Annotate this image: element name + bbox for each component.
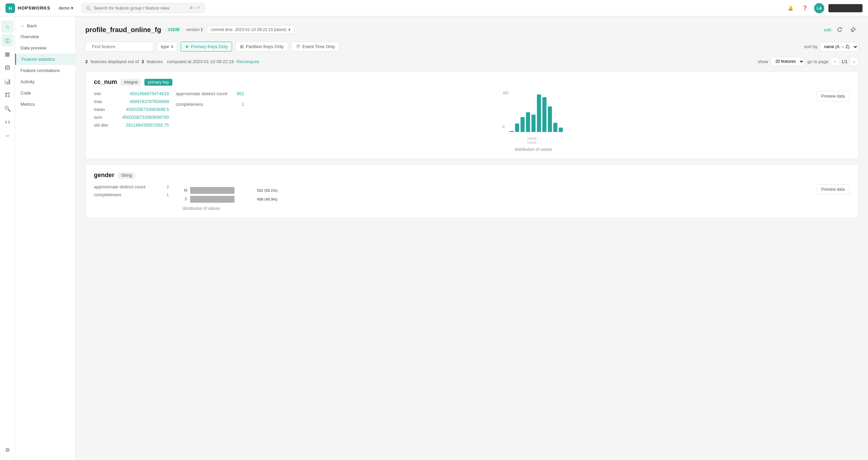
page-indicator: 1/1	[841, 59, 848, 64]
feature-body-gender: approximate distinct count 2 completenes…	[94, 184, 850, 211]
chart-meta-value: value: -	[527, 136, 540, 140]
svg-line-3	[89, 9, 91, 10]
feature-card-gender: gender String approximate distinct count…	[85, 164, 858, 218]
gender-bar-m-wrap: 501 (50.1%)	[190, 187, 279, 194]
partition-icon: ⊞	[240, 44, 244, 49]
svg-line-11	[851, 31, 852, 32]
refresh-icon[interactable]	[835, 25, 845, 35]
stats-bar: 2 features displayed out of 2 features c…	[85, 57, 858, 66]
stat-row-approx-distinct: approximate distinct count 952	[176, 91, 244, 96]
type-select[interactable]: type ⇅	[157, 42, 177, 52]
sort-select[interactable]: name (A → Z)	[820, 42, 858, 52]
back-arrow-icon: ←	[20, 23, 25, 28]
svg-rect-21	[548, 106, 552, 132]
notifications-icon[interactable]: 🔔	[785, 3, 796, 13]
svg-rect-15	[515, 124, 519, 132]
partition-keys-filter[interactable]: ⊞ Partition Keys Only	[236, 42, 288, 52]
feature-card-cc-num: cc_num Integral primary key min 40014689…	[85, 71, 858, 159]
nav-item-metrics[interactable]: Metrics	[15, 99, 75, 110]
event-time-filter[interactable]: ⏱ Event Time Only	[291, 42, 339, 52]
stat-row-approx-distinct-gender: approximate distinct count 2	[94, 184, 169, 189]
feature-chart-cc-num: 263 0	[258, 91, 809, 152]
feature-group-id: #1038	[165, 27, 182, 33]
nav-item-feature-statistics[interactable]: Feature statistics	[15, 54, 75, 65]
recompute-button[interactable]: Recompute	[237, 59, 259, 64]
sidebar-icon-code[interactable]	[1, 116, 14, 128]
svg-rect-16	[521, 117, 525, 132]
topnav-right: 🔔 ❓ LA	[785, 3, 863, 13]
chart-title-cc-num: distribution of values	[515, 147, 552, 152]
sidebar-icon-overview[interactable]: ◫	[1, 34, 14, 46]
sidebar-icon-search[interactable]: 🔍	[1, 102, 14, 115]
type-badge-cc-num: Integral	[120, 79, 141, 86]
filter-bar: type ⇅ ★ Primary Keys Only ⊞ Partition K…	[85, 42, 858, 52]
find-feature-search[interactable]	[85, 42, 154, 52]
sidebar-icon-metrics[interactable]: ↔	[1, 130, 14, 142]
sidebar-icon-correlations[interactable]	[1, 89, 14, 101]
user-name	[828, 4, 863, 12]
svg-rect-20	[542, 97, 546, 132]
sidebar-icon-home[interactable]: ⌂	[1, 20, 14, 33]
svg-point-6	[8, 93, 10, 94]
stat-row-sum: sum 4500338733083698700	[94, 115, 169, 120]
nav-item-code[interactable]: Code	[15, 87, 75, 99]
next-page-button[interactable]: ›	[850, 57, 858, 66]
pagination: go to page ‹ 1/1 ›	[807, 57, 858, 66]
svg-rect-19	[537, 95, 541, 132]
global-search[interactable]: ⌘ + P	[82, 3, 204, 13]
nav-item-data-preview[interactable]: Data preview	[15, 42, 75, 54]
svg-point-4	[5, 66, 10, 67]
global-search-input[interactable]	[94, 5, 187, 11]
commit-info[interactable]: commit time 2023-01-10 09:22:19 (latest)…	[207, 26, 294, 34]
stat-row-completeness: completeness 1	[176, 102, 244, 107]
nav-item-overview[interactable]: Overview	[15, 31, 75, 42]
version-badge: version 1	[186, 27, 203, 32]
sidebar-icon-chart[interactable]: 📊	[1, 75, 14, 87]
prev-page-button[interactable]: ‹	[830, 57, 839, 66]
avatar[interactable]: LA	[814, 3, 824, 13]
find-feature-input[interactable]	[92, 44, 149, 49]
preview-data-button-cc-num[interactable]: Preview data	[816, 91, 850, 101]
edit-button[interactable]: edit	[824, 27, 831, 32]
back-button[interactable]: ← Back	[15, 20, 75, 31]
nav-item-activity[interactable]: Activity	[15, 76, 75, 87]
top-navbar: H HOPSWORKS demo ▾ ⌘ + P 🔔 ❓ LA	[0, 0, 868, 16]
preview-data-button-gender[interactable]: Preview data	[816, 184, 850, 195]
svg-rect-23	[559, 128, 563, 132]
chart-y-max: 263	[503, 91, 509, 95]
project-selector[interactable]: demo ▾	[56, 4, 76, 12]
chart-meta-count: count: -	[527, 140, 540, 144]
feature-stats-cc-num: min 4001468975474818 max 499976378765868…	[94, 91, 169, 152]
primary-key-badge-cc-num: primary key	[144, 79, 172, 86]
sidebar-icon-database[interactable]	[1, 61, 14, 74]
page-header: profile_fraud_online_fg #1038 version 1 …	[85, 25, 858, 35]
feature-body-cc-num: min 4001468975474818 max 499976378765868…	[94, 91, 850, 152]
search-shortcut: ⌘ + P	[189, 6, 200, 10]
feature-header-cc-num: cc_num Integral primary key	[94, 78, 850, 86]
primary-keys-filter[interactable]: ★ Primary Keys Only	[181, 42, 232, 52]
nav-sidebar: ← Back Overview Data preview Feature sta…	[15, 16, 76, 460]
logo: H HOPSWORKS	[5, 3, 51, 13]
type-badge-gender: String	[118, 172, 135, 179]
features-count-select[interactable]: 20 features	[771, 57, 805, 66]
svg-rect-18	[531, 115, 536, 132]
feature-stats-gender: approximate distinct count 2 completenes…	[94, 184, 169, 211]
feature-chart-gender: M 501 (50.1%) F 499 (49.9%)	[183, 184, 809, 211]
main-content: profile_fraud_online_fg #1038 version 1 …	[76, 16, 868, 460]
nav-item-feature-correlations[interactable]: Feature correlations	[15, 65, 75, 76]
feature-name-cc-num: cc_num	[94, 78, 117, 86]
svg-rect-22	[553, 123, 557, 132]
feature-name-gender: gender	[94, 172, 114, 179]
help-icon[interactable]: ❓	[800, 3, 810, 13]
sidebar-icon-data[interactable]: ▦	[1, 48, 14, 60]
star-icon: ★	[185, 44, 189, 49]
sidebar-icon-settings[interactable]: ⚙	[1, 444, 14, 456]
pin-icon[interactable]	[848, 25, 858, 35]
chevron-down-icon: ▾	[288, 27, 290, 32]
chart-y-min: 0	[503, 125, 505, 129]
stat-row-max: max 4999763787658689	[94, 99, 169, 104]
sort-controls: sort by name (A → Z)	[804, 42, 858, 52]
stat-row-completeness-gender: completeness 1	[94, 192, 169, 197]
gender-row-m: M 501 (50.1%)	[183, 187, 279, 194]
page-header-right: edit	[824, 25, 858, 35]
